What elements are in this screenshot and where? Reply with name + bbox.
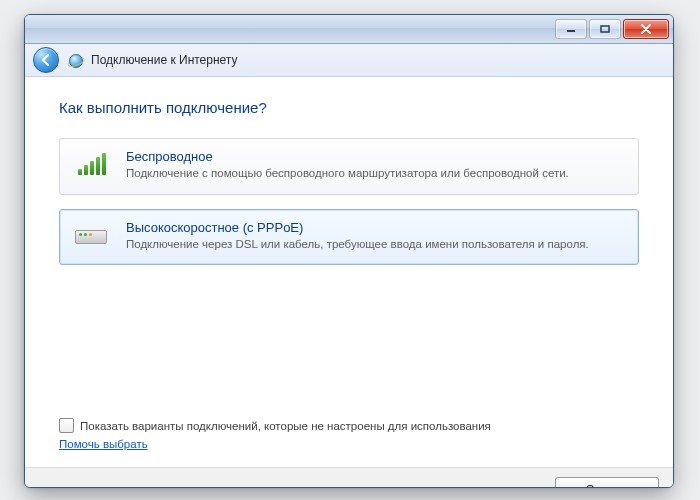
show-unconfigured-label: Показать варианты подключений, которые н… — [80, 420, 491, 432]
close-button[interactable] — [623, 19, 669, 39]
cancel-button-label: Отмена — [585, 483, 628, 488]
page-heading: Как выполнить подключение? — [59, 99, 639, 116]
wizard-title: Подключение к Интернету — [91, 53, 238, 67]
minimize-button[interactable] — [555, 19, 587, 39]
maximize-button[interactable] — [589, 19, 621, 39]
cancel-button[interactable]: Отмена — [555, 477, 659, 488]
svg-rect-0 — [567, 30, 575, 32]
show-unconfigured-row: Показать варианты подключений, которые н… — [59, 418, 639, 433]
lower-controls: Показать варианты подключений, которые н… — [59, 418, 639, 451]
arrow-left-icon — [39, 53, 53, 67]
option-desc: Подключение с помощью беспроводного марш… — [126, 166, 626, 182]
svg-rect-1 — [601, 26, 609, 32]
option-desc: Подключение через DSL или кабель, требую… — [126, 237, 626, 253]
option-text: Беспроводное Подключение с помощью беспр… — [126, 149, 626, 182]
wizard-footer: Отмена — [25, 467, 673, 488]
option-text: Высокоскоростное (с PPPoE) Подключение ч… — [126, 220, 626, 253]
internet-globe-icon — [67, 52, 83, 68]
option-pppoe[interactable]: Высокоскоростное (с PPPoE) Подключение ч… — [59, 209, 639, 266]
modem-icon — [72, 220, 112, 253]
wizard-body: Как выполнить подключение? Беспроводное … — [25, 77, 673, 467]
show-unconfigured-checkbox[interactable] — [59, 418, 74, 433]
wizard-window: Подключение к Интернету Как выполнить по… — [24, 14, 674, 488]
option-wireless[interactable]: Беспроводное Подключение с помощью беспр… — [59, 138, 639, 195]
help-choose-link[interactable]: Помочь выбрать — [59, 438, 148, 450]
header: Подключение к Интернету — [25, 44, 673, 77]
option-title: Беспроводное — [126, 149, 626, 164]
option-title: Высокоскоростное (с PPPoE) — [126, 220, 626, 235]
back-button[interactable] — [33, 47, 59, 73]
wifi-bars-icon — [72, 149, 112, 182]
titlebar — [25, 15, 673, 44]
